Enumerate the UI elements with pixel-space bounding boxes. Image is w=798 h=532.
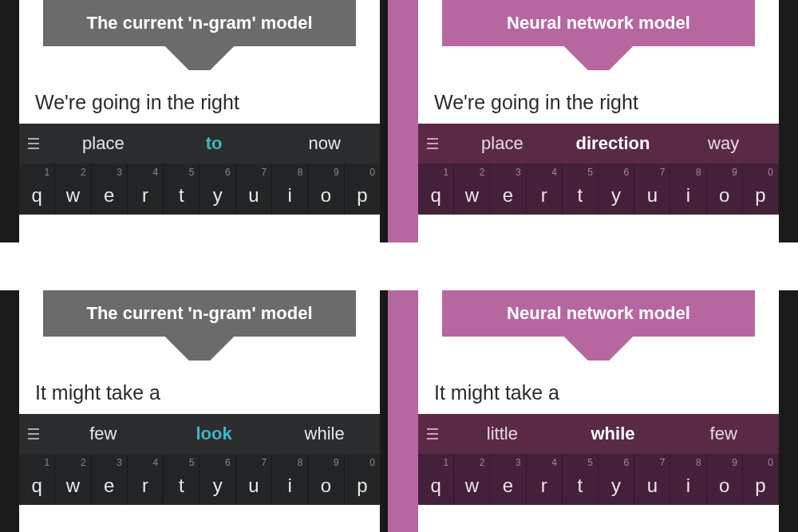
key-p[interactable]: 0p [743,164,779,215]
key-w[interactable]: 2w [55,454,91,505]
key-letter: o [719,184,729,207]
suggestion-center[interactable]: to [159,125,270,162]
key-o[interactable]: 9o [707,164,743,215]
key-t[interactable]: 5t [563,164,598,215]
typed-text: It might take a [19,337,380,414]
suggestion[interactable]: now [269,125,380,162]
key-letter: u [647,475,658,497]
keyboard-row: 1q2w3e4r5t6y7u8i9o0p [418,164,779,215]
key-number: 8 [298,167,303,178]
key-e[interactable]: 3e [490,454,526,505]
key-letter: i [288,475,292,497]
key-letter: y [611,184,621,207]
key-o[interactable]: 9o [707,454,743,505]
key-p[interactable]: 0p [743,454,779,505]
key-w[interactable]: 2w [454,164,490,215]
key-letter: r [541,475,547,497]
comparison-panel: The current 'n-gram' modelWe're going in… [0,0,399,242]
suggestion-center[interactable]: while [558,416,669,452]
phone-edge [399,290,418,533]
key-number: 7 [261,167,267,178]
key-w[interactable]: 2w [454,454,490,505]
key-number: 1 [45,167,50,178]
typed-text: It might take a [418,337,779,414]
key-o[interactable]: 9o [308,164,344,215]
key-w[interactable]: 2w [55,164,91,215]
key-letter: t [578,184,583,207]
phone-edge [0,0,19,242]
key-u[interactable]: 7u [236,164,272,215]
suggestions-bar: fewlookwhile [19,414,380,454]
menu-icon[interactable] [19,138,48,149]
menu-icon[interactable] [418,138,447,149]
key-u[interactable]: 7u [236,454,272,505]
key-letter: p [755,184,765,207]
key-number: 7 [660,167,666,178]
key-letter: r [541,184,547,207]
key-letter: u [647,184,658,207]
key-letter: t [578,475,583,497]
key-letter: o [321,184,331,207]
key-e[interactable]: 3e [490,164,526,215]
key-y[interactable]: 6y [598,454,634,505]
suggestion[interactable]: few [668,416,779,452]
content-area: Neural network modelIt might take alittl… [418,290,779,533]
key-y[interactable]: 6y [598,164,634,215]
key-r[interactable]: 4r [128,164,164,215]
key-number: 6 [624,167,630,178]
key-number: 3 [516,457,521,468]
key-t[interactable]: 5t [563,454,598,505]
suggestion[interactable]: while [269,416,380,452]
key-q[interactable]: 1q [19,454,55,505]
key-number: 2 [480,457,485,468]
key-letter: y [213,475,223,497]
menu-icon[interactable] [19,428,48,439]
key-letter: e [104,475,114,497]
key-y[interactable]: 6y [200,454,235,505]
menu-icon[interactable] [418,428,447,439]
suggestion-center[interactable]: look [159,416,270,452]
key-r[interactable]: 4r [128,454,164,505]
key-i[interactable]: 8i [272,454,308,505]
key-r[interactable]: 4r [527,164,563,215]
suggestions-bar: littlewhilefew [418,414,779,454]
key-u[interactable]: 7u [634,164,670,215]
key-r[interactable]: 4r [527,454,563,505]
key-e[interactable]: 3e [92,454,128,505]
key-letter: q [430,475,440,497]
key-i[interactable]: 8i [670,164,706,215]
suggestion[interactable]: way [668,125,779,162]
key-number: 2 [480,167,485,178]
key-number: 7 [261,457,267,468]
key-letter: r [142,475,148,497]
key-u[interactable]: 7u [634,454,670,505]
key-t[interactable]: 5t [164,454,200,505]
key-y[interactable]: 6y [200,164,235,215]
suggestion[interactable]: little [447,416,558,452]
phone-edge [779,0,798,242]
key-letter: y [611,475,621,497]
key-i[interactable]: 8i [272,164,308,215]
typed-text: We're going in the right [418,46,779,124]
key-q[interactable]: 1q [19,164,55,215]
key-letter: u [248,475,259,497]
key-e[interactable]: 3e [92,164,128,215]
key-number: 9 [334,457,339,468]
suggestion-center[interactable]: direction [558,125,669,162]
key-number: 0 [369,167,375,178]
key-p[interactable]: 0p [345,454,380,505]
key-q[interactable]: 1q [418,454,454,505]
key-o[interactable]: 9o [308,454,344,505]
suggestion[interactable]: place [447,125,558,162]
suggestion[interactable]: few [48,416,159,452]
key-t[interactable]: 5t [164,164,200,215]
key-number: 8 [696,167,701,178]
key-q[interactable]: 1q [418,164,454,215]
suggestion[interactable]: place [48,125,159,162]
key-i[interactable]: 8i [670,454,706,505]
key-number: 8 [696,457,701,468]
key-p[interactable]: 0p [345,164,380,215]
key-number: 1 [45,457,50,468]
key-number: 4 [153,457,159,468]
key-number: 1 [444,167,449,178]
